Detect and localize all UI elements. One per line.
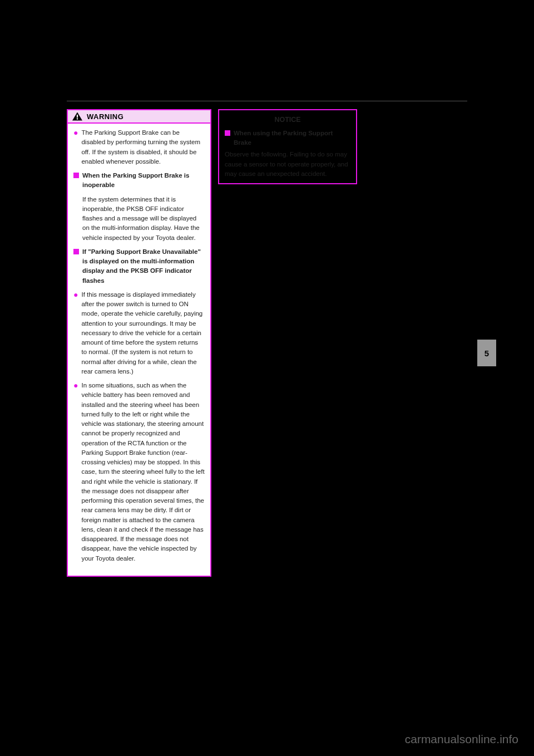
section-number: 5	[484, 348, 489, 358]
warning-subheading: When the Parking Support Brake is inoper…	[82, 171, 205, 190]
notice-title: NOTICE	[225, 115, 350, 125]
notice-box: NOTICE When using the Parking Support Br…	[218, 109, 357, 184]
warning-item: If "Parking Support Brake Unavailable" i…	[73, 247, 205, 286]
notice-subheading-row: When using the Parking Support Brake	[225, 129, 350, 148]
warning-item: When the Parking Support Brake is inoper…	[73, 171, 205, 190]
page-header: 5-5. Using the driving support systems 3…	[67, 86, 467, 101]
svg-rect-1	[77, 118, 78, 119]
section-tab: 5	[477, 340, 496, 366]
footer-brand: carmanualsonline.info	[405, 733, 518, 746]
chapter-title: Using the driving support systems	[88, 86, 221, 96]
bullet-dot-icon: ●	[73, 381, 78, 563]
chapter-ref: 5-5.	[67, 86, 82, 96]
warning-label: WARNING	[87, 112, 123, 121]
bullet-square-icon	[73, 173, 79, 178]
warning-subheading: If "Parking Support Brake Unavailable" i…	[82, 247, 205, 286]
warning-triangle-icon	[72, 112, 82, 121]
warning-item: If the system determines that it is inop…	[73, 195, 205, 243]
page-number: 321	[453, 86, 467, 96]
notice-text: Observe the following. Failing to do so …	[225, 150, 350, 179]
svg-rect-0	[77, 115, 78, 117]
warning-item: ● If this message is displayed immediate…	[73, 290, 205, 376]
warning-item: ● The Parking Support Brake can be disab…	[73, 128, 205, 166]
warning-text: If this message is displayed immediately…	[81, 290, 205, 376]
warning-box: WARNING ● The Parking Support Brake can …	[67, 109, 211, 577]
bullet-square-icon	[225, 130, 230, 136]
warning-text: In some situations, such as when the veh…	[81, 381, 205, 563]
warning-text: If the system determines that it is inop…	[82, 195, 205, 243]
bullet-dot-icon: ●	[73, 128, 78, 166]
bullet-dot-icon: ●	[73, 290, 78, 376]
bullet-square-icon	[73, 249, 79, 254]
warning-text: The Parking Support Brake can be disable…	[81, 128, 205, 166]
warning-body: ● The Parking Support Brake can be disab…	[68, 124, 210, 576]
warning-header: WARNING	[68, 110, 210, 124]
notice-subheading: When using the Parking Support Brake	[234, 129, 350, 148]
warning-item: ● In some situations, such as when the v…	[73, 381, 205, 563]
